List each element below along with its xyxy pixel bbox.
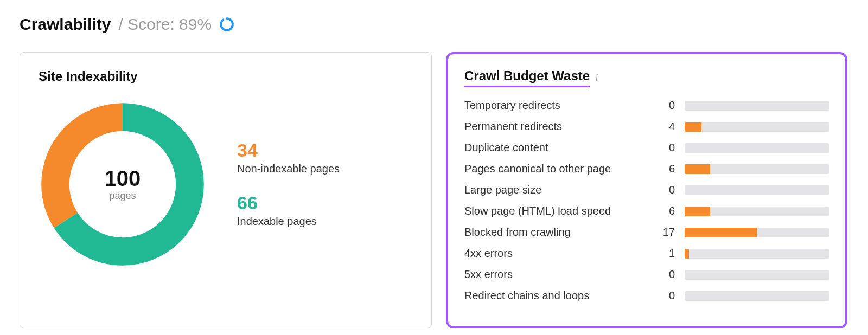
budget-row[interactable]: Redirect chains and loops0: [464, 289, 829, 302]
budget-row-bar: [685, 122, 829, 132]
score-prefix: / Score:: [118, 15, 179, 33]
budget-row-bar: [685, 101, 829, 111]
budget-row-label: Pages canonical to other page: [464, 163, 643, 175]
budget-row-label: 5xx errors: [464, 268, 643, 281]
non-indexable-value: 34: [237, 141, 340, 159]
crawl-budget-title: Crawl Budget Waste: [464, 68, 590, 87]
budget-row-label: Redirect chains and loops: [464, 289, 643, 302]
budget-row-value: 0: [653, 289, 675, 302]
site-indexability-title: Site Indexability: [39, 69, 413, 84]
donut-total-label: pages: [105, 190, 141, 202]
crawl-budget-list: Temporary redirects0Permanent redirects4…: [464, 99, 829, 302]
budget-row-label: Duplicate content: [464, 141, 643, 154]
score-value: 89%: [179, 15, 212, 33]
budget-row-bar: [685, 291, 829, 301]
score-text: / Score: 89%: [118, 15, 212, 34]
budget-row-bar-fill: [685, 207, 710, 216]
budget-row-bar: [685, 143, 829, 153]
panels-row: Site Indexability 100 pages 34: [20, 52, 848, 328]
svg-point-1: [221, 18, 233, 30]
budget-row-bar: [685, 270, 829, 280]
budget-row-label: Temporary redirects: [464, 99, 643, 112]
budget-row[interactable]: Large page size0: [464, 184, 829, 196]
budget-row-label: Slow page (HTML) load speed: [464, 205, 643, 217]
budget-row[interactable]: 5xx errors0: [464, 268, 829, 281]
indexability-legend: 34 Non-indexable pages 66 Indexable page…: [237, 141, 340, 228]
budget-row-label: Large page size: [464, 184, 643, 196]
score-ring-icon: [219, 17, 234, 32]
budget-row[interactable]: Temporary redirects0: [464, 99, 829, 112]
budget-row-value: 4: [653, 120, 675, 133]
budget-row-bar: [685, 207, 829, 216]
budget-row-label: Blocked from crawling: [464, 226, 643, 239]
legend-non-indexable[interactable]: 34 Non-indexable pages: [237, 141, 340, 175]
budget-row-value: 1: [653, 247, 675, 260]
budget-row[interactable]: 4xx errors1: [464, 247, 829, 260]
indexability-donut[interactable]: 100 pages: [39, 100, 207, 268]
budget-row-bar: [685, 185, 829, 195]
budget-row-bar-fill: [685, 164, 710, 174]
budget-row-label: 4xx errors: [464, 247, 643, 260]
indexable-value: 66: [237, 194, 340, 212]
budget-row-value: 17: [653, 226, 675, 239]
budget-row[interactable]: Blocked from crawling17: [464, 226, 829, 239]
budget-row[interactable]: Slow page (HTML) load speed6: [464, 205, 829, 217]
page-title: Crawlability: [20, 15, 111, 34]
donut-center: 100 pages: [105, 168, 141, 202]
page-header: Crawlability / Score: 89%: [20, 15, 848, 34]
budget-row-bar-fill: [685, 249, 689, 259]
donut-total-value: 100: [105, 168, 141, 189]
indexable-label: Indexable pages: [237, 215, 340, 228]
budget-row-bar: [685, 249, 829, 259]
budget-row-value: 6: [653, 205, 675, 217]
crawl-budget-panel: Crawl Budget Waste i Temporary redirects…: [446, 52, 847, 328]
budget-row-value: 0: [653, 268, 675, 281]
crawl-budget-title-row: Crawl Budget Waste i: [464, 68, 829, 99]
indexability-body: 100 pages 34 Non-indexable pages 66 Inde…: [39, 100, 413, 268]
budget-row[interactable]: Permanent redirects4: [464, 120, 829, 133]
budget-row-bar-fill: [685, 228, 757, 237]
budget-row-bar: [685, 164, 829, 174]
budget-row-bar-fill: [685, 122, 701, 132]
info-icon[interactable]: i: [596, 72, 598, 83]
non-indexable-label: Non-indexable pages: [237, 163, 340, 175]
budget-row-value: 0: [653, 184, 675, 196]
budget-row-value: 6: [653, 163, 675, 175]
budget-row-bar: [685, 228, 829, 237]
budget-row-value: 0: [653, 99, 675, 112]
budget-row[interactable]: Pages canonical to other page6: [464, 163, 829, 175]
budget-row[interactable]: Duplicate content0: [464, 141, 829, 154]
budget-row-value: 0: [653, 141, 675, 154]
site-indexability-panel: Site Indexability 100 pages 34: [20, 52, 432, 328]
budget-row-label: Permanent redirects: [464, 120, 643, 133]
legend-indexable[interactable]: 66 Indexable pages: [237, 194, 340, 228]
